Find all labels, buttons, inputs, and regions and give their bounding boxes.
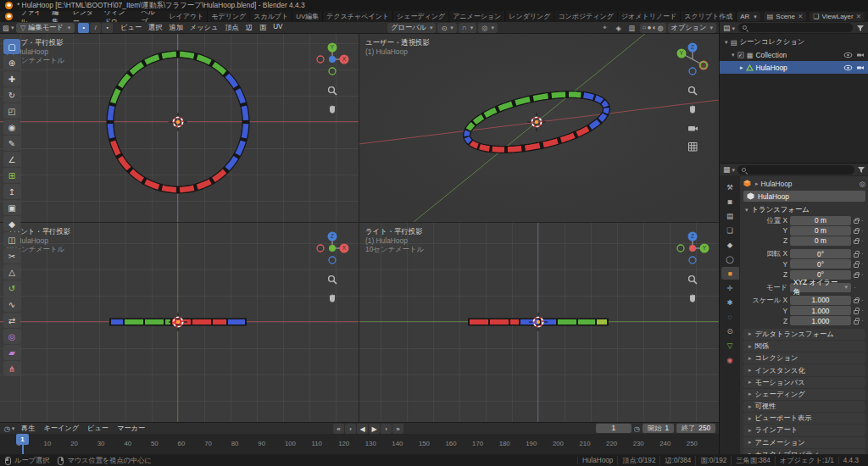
editor-type-icon[interactable]: ◷▾ [3,424,15,434]
navigation-gizmo[interactable]: XZ [314,230,351,267]
zoom-icon[interactable] [327,86,338,97]
tool-poly-build-button[interactable]: △ [3,264,20,280]
blender-logo-icon[interactable] [5,2,13,9]
lock-icon[interactable] [854,240,859,244]
viewport-menu-item[interactable]: 選択 [145,23,165,32]
properties-tab-render[interactable]: ◙ [721,195,739,208]
lock-icon[interactable] [854,320,859,325]
jump-end-button[interactable]: » [392,424,403,434]
show-gizmo-button[interactable]: ⌖ [599,23,611,33]
tool-smooth-button[interactable]: ∿ [3,297,20,312]
orientation-dropdown[interactable]: グローバル▾ [387,23,436,33]
outliner-search-input[interactable] [738,23,853,32]
scene-selector[interactable]: ▤Scene✕ [764,12,807,21]
tool-tweak-select-button[interactable]: ▢ [3,39,20,54]
properties-tab-output[interactable]: ▤ [721,209,739,222]
jump-start-button[interactable]: « [333,424,344,434]
viewport-menu-item[interactable]: 面 [256,23,270,32]
menu-item[interactable]: 編集 [47,11,67,22]
panel-section-header[interactable]: ▸ カスタムプロパティ [743,449,865,454]
properties-search-input[interactable] [737,165,854,175]
workspace-tab[interactable]: モデリング [208,11,250,22]
show-overlays-button[interactable]: ◈ [613,23,625,33]
animate-dot-icon[interactable]: ∙ [861,217,863,225]
panel-section-header[interactable]: ▸ ラインアート [743,424,865,435]
breadcrumb-object[interactable]: HulaHoop [761,180,793,188]
properties-tab-view-layer[interactable]: ❏ [721,224,739,236]
snap-dropdown[interactable]: ∩▾ [459,23,476,33]
panel-section-header[interactable]: ▸ 可視性 [743,401,865,412]
prev-keyframe-button[interactable]: ‹ [345,424,356,434]
workspace-tab[interactable]: スカルプト [250,11,292,22]
expand-icon[interactable]: ▸ [740,64,743,71]
animate-dot-icon[interactable]: ∙ [861,307,863,314]
tool-extrude-region-button[interactable]: ↥ [3,184,20,199]
unlink-icon[interactable]: ✕ [798,13,803,20]
timeline-menu-item[interactable]: 再生 [17,424,39,433]
xray-toggle-button[interactable]: ▥ [626,23,638,33]
workspace-tab[interactable]: レイアウト [165,11,208,22]
properties-tab-object[interactable]: ■ [721,267,739,280]
toggle-ortho-grid-icon[interactable] [687,141,698,153]
play-button[interactable]: ▶ [369,424,380,434]
hide-viewport-eye-icon[interactable] [843,52,853,58]
animate-dot-icon[interactable]: ∙ [861,317,863,325]
timeline-menu-item[interactable]: マーカー [113,424,149,433]
workspace-tab[interactable]: アニメーション [449,11,505,22]
properties-tab-data[interactable]: ▽ [721,339,739,352]
viewport-menu-item[interactable]: UV [270,23,286,32]
material-shading-icon[interactable]: ◐ [652,24,656,31]
properties-tab-physics[interactable]: ◌ [721,310,739,323]
quad-front-view[interactable]: フロント・平行投影 (1) HulaHoop 10センチメートル XZ [0,223,359,422]
animate-dot-icon[interactable]: ∙ [861,237,863,245]
blender-menu-icon[interactable] [5,13,13,20]
field-value[interactable]: 0 m [790,216,851,225]
editor-type-icon[interactable]: ▧▾ [3,23,14,33]
playhead[interactable]: 1 [16,434,29,445]
zoom-icon[interactable] [687,275,698,286]
pivot-dropdown[interactable]: ⊙▾ [437,23,456,33]
tool-cursor-button[interactable]: ⊕ [3,55,20,70]
clock-icon[interactable]: ◷ [634,424,640,433]
viewport-menu-item[interactable]: 追加 [165,23,186,32]
menu-item[interactable]: レンダー [68,11,99,22]
unlink-icon[interactable]: ✕ [856,13,861,20]
camera-view-icon[interactable] [687,123,698,134]
pan-hand-icon[interactable] [327,293,338,304]
pan-hand-icon[interactable] [687,293,698,304]
tool-loop-cut-button[interactable]: ◫ [3,232,20,247]
workspace-tab[interactable]: テクスチャペイント [323,11,393,22]
properties-tab-modifiers[interactable]: ✛ [721,281,739,294]
viewport-menu-item[interactable]: ビュー [117,23,145,32]
field-value[interactable]: 0 m [790,226,851,236]
outliner-row-hulahoop[interactable]: ▸ HulaHoop [720,61,868,74]
hide-viewport-eye-icon[interactable] [843,64,853,71]
lock-icon[interactable] [854,219,859,224]
zoom-icon[interactable] [687,86,698,97]
filter-icon[interactable] [856,24,865,32]
lock-icon[interactable] [854,299,859,303]
workspace-tab[interactable]: ジオメトリノード [618,11,681,22]
properties-tab-material[interactable]: ◉ [721,353,739,366]
navigation-gizmo[interactable]: YZ [674,230,711,267]
pan-hand-icon[interactable] [327,104,338,115]
viewport-menu-item[interactable]: 辺 [242,23,256,32]
next-keyframe-button[interactable]: › [381,424,392,434]
panel-section-header[interactable]: ▸ モーションパス [743,377,865,388]
animate-dot-icon[interactable]: ∙ [861,250,863,258]
panel-section-header[interactable]: ▸ 関係 [743,341,865,352]
frame-start-field[interactable]: 開始1 [643,424,674,433]
pan-hand-icon[interactable] [687,104,698,115]
tool-measure-button[interactable]: ∠ [3,152,20,167]
navigation-gizmo[interactable]: XY [314,41,351,78]
tool-rotate-button[interactable]: ↻ [3,87,20,103]
viewlayer-selector[interactable]: ❏ViewLayer✕ [810,12,865,21]
tool-knife-button[interactable]: ✂ [3,248,20,264]
tool-spin-button[interactable]: ↺ [3,280,20,296]
panel-section-header[interactable]: ▸ シェーディング [743,389,865,400]
workspace-tab[interactable]: UV編集 [292,11,323,22]
transform-panel-header[interactable]: ▾ トランスフォーム [743,204,865,215]
expand-icon[interactable]: ▾ [732,52,735,58]
animate-dot-icon[interactable]: ∙ [854,284,855,291]
workspace-tab[interactable]: シェーディング [393,11,449,22]
